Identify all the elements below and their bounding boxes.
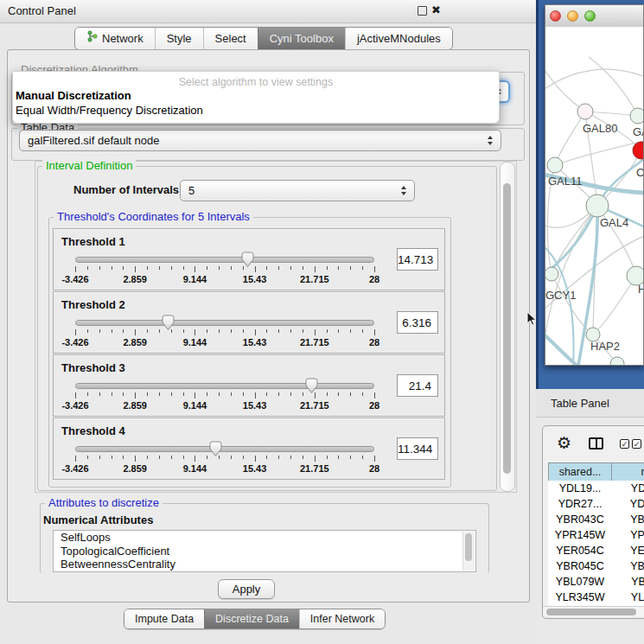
tab-label: Discretize Data xyxy=(215,609,289,628)
table-cell: YBR043C xyxy=(548,512,612,527)
threshold-value-field[interactable]: 21.4 xyxy=(397,374,438,397)
table-cell: YBR0 xyxy=(612,558,644,574)
tab-label: Network xyxy=(102,28,143,49)
attribute-item-selfloops[interactable]: SelfLoops xyxy=(54,531,475,545)
network-node[interactable] xyxy=(547,157,563,173)
network-canvas[interactable]: GAL80GACGAL11GAL4GCY1HHAP2 xyxy=(545,27,643,365)
tab-impute-data[interactable]: Impute Data xyxy=(124,609,204,628)
network-node[interactable] xyxy=(545,267,558,281)
table-data-select[interactable]: galFiltered.sif default node xyxy=(19,130,501,151)
attribute-item-betweennesscentrality[interactable]: BetweennessCentrality xyxy=(54,558,475,571)
threshold-slider-track[interactable] xyxy=(75,446,374,452)
menu-item-manual-discretization[interactable]: Manual Discretization xyxy=(13,88,499,103)
tab-label: Cyni Toolbox xyxy=(270,28,334,49)
frame-edge xyxy=(536,0,539,389)
table-panel: ⚙ ✓ ✓ shared...n YDL19...YDL1YDR27...YDR… xyxy=(536,418,644,644)
tick-label: 15.43 xyxy=(243,337,267,348)
threshold-slider-thumb[interactable] xyxy=(208,441,223,457)
table-row[interactable]: YBR045CYBR0 xyxy=(548,558,644,574)
threshold-label: Threshold 1 xyxy=(61,235,125,248)
threshold-slider-thumb[interactable] xyxy=(304,378,319,394)
network-edge xyxy=(593,276,636,335)
tab-discretize-data[interactable]: Discretize Data xyxy=(204,609,299,628)
tab-label: Infer Network xyxy=(310,609,374,628)
threshold-value-field[interactable]: 6.316 xyxy=(397,311,438,334)
tick-label: 15.43 xyxy=(243,274,267,284)
stepper-arrows-icon xyxy=(401,186,406,195)
checkbox-icon[interactable]: ✓ xyxy=(632,439,641,449)
close-icon[interactable]: ✖ xyxy=(431,5,441,16)
minimize-traffic-light-icon[interactable] xyxy=(567,10,578,22)
table-row[interactable]: YLR345WYLR3 xyxy=(548,590,644,605)
table-cell: YBR045C xyxy=(548,558,612,574)
threshold-value-field[interactable]: 11.344 xyxy=(397,437,438,460)
numerical-attributes-list[interactable]: SelfLoopsTopologicalCoefficientBetweenne… xyxy=(53,530,476,572)
table-row[interactable]: YBR043CYBR0 xyxy=(548,512,644,527)
scrollbar-thumb[interactable] xyxy=(503,183,511,474)
tick-label: 15.43 xyxy=(243,400,267,411)
close-traffic-light-icon[interactable] xyxy=(550,10,561,22)
threshold-label: Threshold 3 xyxy=(61,361,125,374)
tick-label: 2.859 xyxy=(123,337,147,348)
float-window-icon[interactable] xyxy=(418,6,427,16)
column-header-n[interactable]: n xyxy=(612,462,644,481)
network-node-label: GAL11 xyxy=(548,175,583,188)
network-node-label: GA xyxy=(633,125,643,138)
network-node[interactable] xyxy=(577,104,593,119)
vertical-scrollbar[interactable] xyxy=(500,162,515,492)
table-panel-title: Table Panel xyxy=(551,397,609,410)
network-node[interactable] xyxy=(633,142,643,159)
table-row[interactable]: YDL19...YDL1 xyxy=(548,481,644,496)
network-node[interactable] xyxy=(586,194,609,217)
number-of-intervals-select[interactable]: 5 xyxy=(180,180,415,201)
scrollbar-thumb[interactable] xyxy=(546,609,636,615)
threshold-slider-track[interactable] xyxy=(75,320,374,326)
threshold-label: Threshold 2 xyxy=(61,298,125,311)
network-edge xyxy=(555,141,643,165)
number-of-intervals-label: Number of Intervals xyxy=(73,183,179,196)
threshold-slider-track[interactable] xyxy=(75,257,374,263)
tab-network[interactable]: Network xyxy=(75,28,155,49)
menu-item-equal-width-frequency[interactable]: Equal Width/Frequency Discretization xyxy=(13,103,499,118)
table-row[interactable]: YDR27...YDR2 xyxy=(548,496,644,512)
column-header-shared-[interactable]: shared... xyxy=(548,462,612,481)
number-of-intervals-value: 5 xyxy=(188,184,194,197)
attribute-item-topologicalcoefficient[interactable]: TopologicalCoefficient xyxy=(54,545,475,558)
network-icon xyxy=(86,28,98,49)
checkbox-icon[interactable]: ✓ xyxy=(620,439,629,449)
table-row[interactable]: YPR145WYPR1 xyxy=(548,527,644,543)
tab-select[interactable]: Select xyxy=(203,28,258,49)
horizontal-scrollbar[interactable] xyxy=(543,606,644,616)
table-cell: YER054C xyxy=(548,543,612,558)
tick-label: 28 xyxy=(369,400,379,411)
table-settings-button[interactable]: ⚙ xyxy=(557,435,571,451)
table-cell: YBL0 xyxy=(612,574,644,590)
threshold-value-field[interactable]: 14.713 xyxy=(397,248,438,271)
split-view-icon[interactable] xyxy=(589,437,603,450)
algorithm-placeholder: Select algorithm to view settings xyxy=(13,72,499,88)
slider-ticks: -3.4262.8599.14415.4321.71528 xyxy=(75,266,374,289)
tick-label: 28 xyxy=(369,463,379,474)
network-node[interactable] xyxy=(630,108,643,124)
threshold-panel: Threshold 4-3.4262.8599.14415.4321.71528… xyxy=(53,418,445,480)
tab-cyni-toolbox[interactable]: Cyni Toolbox xyxy=(258,28,345,49)
tab-style[interactable]: Style xyxy=(155,28,203,49)
threshold-slider-track[interactable] xyxy=(75,383,374,389)
tab-infer-network[interactable]: Infer Network xyxy=(299,609,385,628)
table-cell: YER0 xyxy=(612,543,644,558)
threshold-panel: Threshold 3-3.4262.8599.14415.4321.71528… xyxy=(53,354,445,417)
threshold-slider-thumb[interactable] xyxy=(240,252,255,268)
list-scrollbar[interactable] xyxy=(462,532,475,571)
tick-label: 21.715 xyxy=(300,274,329,284)
tab-jactivemnodules[interactable]: jActiveMNodules xyxy=(345,28,452,49)
threshold-slider-thumb[interactable] xyxy=(161,315,175,331)
tick-label: 2.859 xyxy=(123,400,147,411)
table-row[interactable]: YBL079WYBL0 xyxy=(548,574,644,590)
scrollbar-thumb[interactable] xyxy=(465,533,472,561)
table-cell: YPR1 xyxy=(612,527,644,543)
apply-button[interactable]: Apply xyxy=(218,579,275,599)
table-row[interactable]: YER054CYER0 xyxy=(548,543,644,558)
zoom-traffic-light-icon[interactable] xyxy=(584,10,596,22)
attributes-group-title: Attributes to discretize xyxy=(45,497,163,509)
table-cell: YPR145W xyxy=(548,527,612,543)
